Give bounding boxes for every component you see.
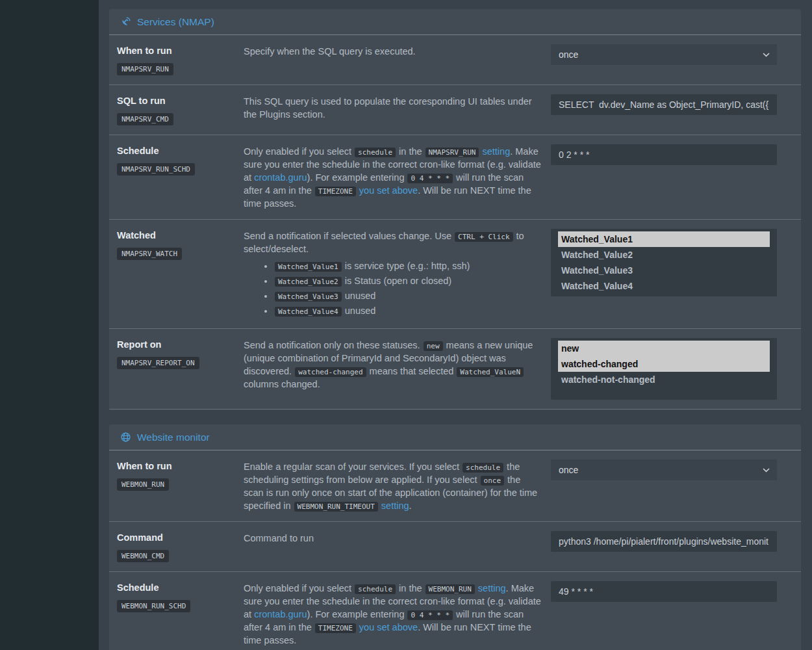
setting-label: SQL to run	[117, 95, 244, 107]
setting-label-cell: When to run NMAPSRV_RUN	[117, 44, 244, 75]
listbox-option[interactable]: new	[558, 341, 770, 356]
setting-label-cell: Watched NMAPSRV_WATCH	[117, 228, 244, 319]
inline-code: NMAPSRV_RUN	[425, 148, 479, 157]
setting-control-cell	[551, 94, 777, 125]
webmon-run-schd-input[interactable]	[551, 581, 777, 602]
setting-key-chip: NMAPSRV_CMD	[117, 113, 173, 125]
bullet-item: Watched_Value4 unused	[274, 304, 542, 318]
bullet-list: Watched_Value1 is service type (e.g.: ht…	[244, 259, 542, 318]
bullet-item: Watched_Value2 is Status (open or closed…	[274, 274, 542, 288]
setting-label: Schedule	[117, 145, 244, 157]
setting-label-cell: When to run WEBMON_RUN	[117, 459, 244, 512]
setting-control-cell	[551, 530, 777, 562]
listbox-option[interactable]: Watched_Value2	[558, 247, 770, 263]
settings-panels: Services (NMAP) When to run NMAPSRV_RUN …	[109, 9, 801, 650]
setting-key-chip: NMAPSRV_RUN_SCHD	[117, 163, 195, 176]
setting-control-cell: once	[551, 459, 777, 512]
setting-key-chip: NMAPSRV_REPORT_ON	[117, 357, 199, 369]
nmapsrv-run-schd-input[interactable]	[551, 144, 777, 165]
setting-key-chip: NMAPSRV_WATCH	[117, 248, 182, 260]
nmapsrv-run-select[interactable]: once	[551, 44, 777, 65]
inline-code: schedule	[463, 463, 503, 473]
inline-link[interactable]: crontab.guru	[254, 609, 307, 619]
setting-label: When to run	[117, 45, 244, 57]
setting-description: Send a notification if selected values c…	[244, 228, 551, 319]
setting-description: Command to run	[244, 530, 551, 562]
inline-code: Watched_Value3	[275, 292, 342, 302]
inline-code: watched-changed	[295, 367, 366, 377]
inline-code: WEBMON_RUN_TIMEOUT	[294, 502, 378, 512]
listbox-option[interactable]: watched-changed	[558, 356, 770, 372]
bullet-item: Watched_Value1 is service type (e.g.: ht…	[274, 259, 542, 273]
setting-row: When to run NMAPSRV_RUN Specify when the…	[109, 35, 801, 85]
setting-description: Send a notification only on these status…	[244, 337, 551, 400]
setting-control-cell: newwatched-changedwatched-not-changed	[551, 337, 777, 400]
satellite-dish-icon	[120, 16, 131, 27]
setting-key-chip: NMAPSRV_RUN	[117, 63, 173, 75]
inline-link[interactable]: setting	[482, 146, 510, 157]
webmon-cmd-input[interactable]	[551, 531, 777, 552]
listbox-option[interactable]: Watched_Value1	[558, 231, 770, 247]
setting-key-chip: WEBMON_CMD	[117, 550, 169, 562]
setting-control-cell	[551, 144, 777, 210]
setting-key-chip: WEBMON_RUN_SCHD	[117, 600, 190, 612]
inline-link[interactable]: setting	[381, 500, 409, 511]
settings-section: Website monitor When to run WEBMON_RUN E…	[109, 424, 801, 650]
inline-code: Watched_Value2	[275, 277, 342, 287]
section-header: Services (NMAP)	[109, 9, 801, 35]
section-body: When to run NMAPSRV_RUN Specify when the…	[109, 35, 801, 410]
webmon-run-select-wrap: once	[551, 460, 777, 480]
setting-row: Schedule WEBMON_RUN_SCHD Only enabled if…	[109, 572, 801, 650]
setting-description: Specify when the SQL query is executed.	[244, 44, 551, 75]
inline-link[interactable]: you set above	[359, 185, 418, 196]
section-body: When to run WEBMON_RUN Enable a regular …	[109, 450, 801, 650]
setting-control-cell: Watched_Value1Watched_Value2Watched_Valu…	[551, 228, 777, 319]
inline-code: Watched_ValueN	[457, 367, 524, 377]
setting-description: Only enabled if you select schedule in t…	[244, 580, 551, 647]
inline-code: 0 4 * * *	[407, 610, 453, 620]
setting-description: Only enabled if you select schedule in t…	[244, 144, 551, 210]
inline-link[interactable]: you set above	[359, 622, 418, 632]
nmapsrv-watch-listbox[interactable]: Watched_Value1Watched_Value2Watched_Valu…	[551, 229, 777, 296]
listbox-option[interactable]: watched-not-changed	[558, 372, 770, 387]
setting-label: Schedule	[117, 582, 244, 594]
webmon-run-select[interactable]: once	[551, 460, 777, 480]
inline-code: schedule	[355, 584, 396, 594]
section-title: Website monitor	[137, 432, 210, 443]
setting-row: Command WEBMON_CMD Command to run	[109, 522, 801, 572]
setting-label-cell: Report on NMAPSRV_REPORT_ON	[117, 337, 244, 400]
setting-key-chip: WEBMON_RUN	[117, 478, 169, 491]
setting-description: Enable a regular scan of your services. …	[244, 459, 551, 512]
setting-label-cell: Schedule WEBMON_RUN_SCHD	[117, 580, 244, 647]
setting-row: SQL to run NMAPSRV_CMD This SQL query is…	[109, 85, 801, 135]
inline-code: schedule	[355, 148, 396, 157]
section-title: Services (NMAP)	[137, 16, 214, 28]
globe-icon	[120, 432, 131, 443]
bullet-item: Watched_Value3 unused	[274, 289, 542, 303]
listbox-option[interactable]: Watched_Value3	[558, 263, 770, 278]
inline-code: Watched_Value4	[275, 307, 342, 317]
settings-content: Services (NMAP) When to run NMAPSRV_RUN …	[99, 0, 812, 650]
inline-code: new	[424, 341, 443, 351]
inline-code: Watched_Value1	[275, 262, 342, 272]
setting-label: Watched	[117, 229, 244, 242]
nmapsrv-cmd-input[interactable]	[551, 94, 777, 115]
setting-row: Watched NMAPSRV_WATCH Send a notificatio…	[109, 220, 801, 329]
setting-row: Report on NMAPSRV_REPORT_ON Send a notif…	[109, 329, 801, 410]
nmapsrv-run-select-wrap: once	[551, 44, 777, 65]
inline-link[interactable]: crontab.guru	[254, 172, 307, 183]
section-header: Website monitor	[109, 424, 801, 450]
listbox-option[interactable]: Watched_Value4	[558, 278, 770, 294]
setting-description: This SQL query is used to populate the c…	[244, 94, 551, 125]
nmapsrv-report-on-listbox[interactable]: newwatched-changedwatched-not-changed	[551, 338, 777, 400]
setting-label-cell: Schedule NMAPSRV_RUN_SCHD	[117, 144, 244, 210]
inline-link[interactable]: setting	[478, 583, 506, 593]
inline-code: 0 4 * * *	[407, 174, 453, 183]
setting-label: When to run	[117, 460, 244, 473]
inline-code: CTRL + Click	[455, 232, 513, 242]
setting-control-cell: once	[551, 44, 777, 75]
setting-row: Schedule NMAPSRV_RUN_SCHD Only enabled i…	[109, 135, 801, 220]
inline-code: once	[481, 476, 505, 486]
setting-label-cell: SQL to run NMAPSRV_CMD	[117, 94, 244, 125]
setting-label-cell: Command WEBMON_CMD	[117, 530, 244, 562]
